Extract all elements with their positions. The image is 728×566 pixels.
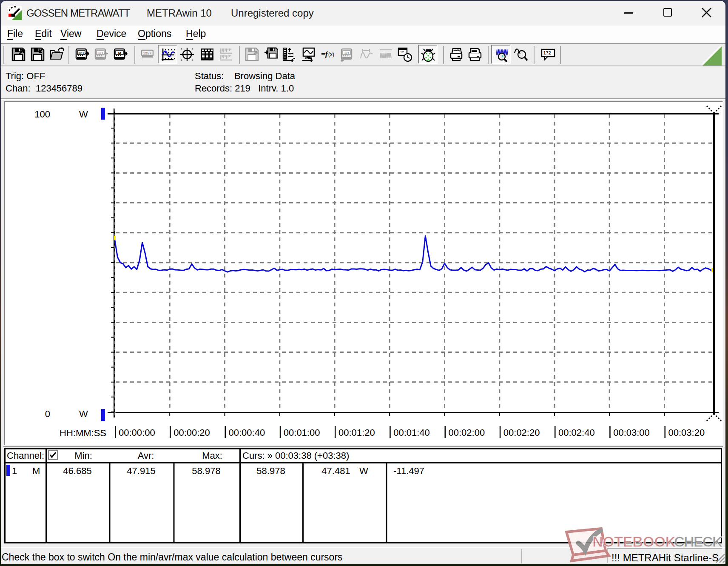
svg-text:=f: =f xyxy=(321,50,329,58)
svg-text:0: 0 xyxy=(45,409,50,419)
svg-text:12: 12 xyxy=(400,50,404,54)
svg-text:321: 321 xyxy=(78,51,84,55)
svg-text:100: 100 xyxy=(34,109,50,120)
svg-text:58.978: 58.978 xyxy=(192,466,220,476)
svg-text:321: 321 xyxy=(97,51,103,55)
svg-text:-11.497: -11.497 xyxy=(393,466,424,476)
svg-text:W: W xyxy=(79,109,88,120)
svg-text:47.481: 47.481 xyxy=(321,466,350,476)
svg-text:00:03:20: 00:03:20 xyxy=(668,427,705,438)
svg-text:00:02:00: 00:02:00 xyxy=(449,427,485,438)
svg-text:Channel:: Channel: xyxy=(7,450,44,461)
svg-text:1?2: 1?2 xyxy=(543,51,551,55)
svg-text:00:02:40: 00:02:40 xyxy=(558,427,595,438)
svg-text:Max:: Max: xyxy=(202,450,222,461)
svg-text:CHECK: CHECK xyxy=(674,534,723,550)
svg-text:00:00:20: 00:00:20 xyxy=(173,427,210,438)
svg-text:00:01:40: 00:01:40 xyxy=(393,427,430,438)
svg-text:W: W xyxy=(359,466,368,476)
svg-text:00:03:00: 00:03:00 xyxy=(613,427,650,438)
svg-text:00:00:00: 00:00:00 xyxy=(119,427,155,438)
svg-text:00:02:20: 00:02:20 xyxy=(503,427,540,438)
svg-text:321: 321 xyxy=(344,51,350,55)
svg-text:NOTEBOOK: NOTEBOOK xyxy=(592,534,676,550)
svg-text:Min:: Min: xyxy=(74,450,92,461)
svg-text:W: W xyxy=(79,409,88,419)
svg-text:M: M xyxy=(118,51,121,55)
svg-text:46.685: 46.685 xyxy=(63,466,91,476)
svg-text:00:01:20: 00:01:20 xyxy=(338,427,375,438)
svg-text:Curs: » 00:03:38 (+03:38): Curs: » 00:03:38 (+03:38) xyxy=(242,450,349,461)
svg-text:M: M xyxy=(32,466,40,476)
svg-text:1: 1 xyxy=(12,466,17,476)
svg-text:1257: 1257 xyxy=(143,51,151,55)
svg-text:HH:MM:SS: HH:MM:SS xyxy=(60,428,106,438)
svg-text:58.978: 58.978 xyxy=(256,466,285,476)
svg-text:00:00:40: 00:00:40 xyxy=(229,427,265,438)
svg-text:Avr:: Avr: xyxy=(138,450,154,461)
svg-text:00:01:00: 00:01:00 xyxy=(284,427,320,438)
svg-text:(x): (x) xyxy=(328,51,334,57)
svg-text:47.915: 47.915 xyxy=(127,466,155,476)
